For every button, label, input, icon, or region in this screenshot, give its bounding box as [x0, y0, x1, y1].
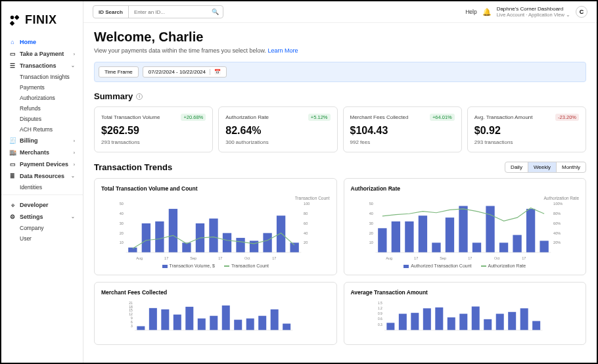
svg-rect-77: [222, 306, 230, 330]
data-icon: ≣: [9, 173, 16, 179]
chart-title: Average Transaction Amount: [351, 289, 580, 296]
learn-more-link[interactable]: Learn More: [267, 47, 298, 54]
chart-title: Merchant Fees Collected: [101, 289, 330, 296]
timeframe-range[interactable]: 07/22/2024 - 10/22/2024📅: [143, 66, 227, 78]
nav-merchants[interactable]: 🏬Merchants›: [1, 147, 83, 158]
svg-rect-23: [263, 233, 271, 252]
svg-text:50: 50: [120, 202, 124, 206]
svg-rect-90: [398, 314, 406, 330]
trends-toggle[interactable]: DailyWeeklyMonthly: [505, 162, 586, 173]
nav-billing[interactable]: 🧾Billing›: [1, 135, 83, 147]
nav-identities[interactable]: Identities: [1, 182, 83, 193]
nav-authorizations[interactable]: Authorizations: [1, 93, 83, 103]
help-link[interactable]: Help: [465, 9, 476, 15]
svg-text:20%: 20%: [553, 240, 561, 244]
card-sub: 293 transactions: [101, 139, 206, 145]
summary-card: Authorization Rate+5.12%82.64%300 author…: [218, 106, 337, 152]
chart-legend: Transaction Volume, $Transaction Count: [101, 263, 330, 268]
svg-rect-17: [182, 242, 191, 252]
nav-settings[interactable]: ⚙Settings⌄: [1, 211, 83, 223]
home-icon: ⌂: [9, 39, 16, 45]
nav-payments[interactable]: Payments: [1, 82, 83, 93]
nav-ach-returns[interactable]: ACH Returns: [1, 124, 83, 135]
card-pct: +20.68%: [181, 114, 206, 121]
svg-rect-15: [155, 221, 164, 252]
id-search-label: ID Search: [93, 6, 129, 18]
chevron-down-icon: ⌄: [71, 173, 75, 179]
svg-text:60%: 60%: [553, 221, 561, 225]
svg-text:17: 17: [522, 256, 526, 260]
svg-rect-53: [513, 235, 521, 252]
chart-right-axis-label: Authorization Rate: [351, 196, 580, 200]
nav-transaction-insights[interactable]: Transaction Insights: [1, 72, 83, 82]
nav-user[interactable]: User: [1, 233, 83, 244]
chevron-down-icon: ⌄: [566, 12, 570, 18]
svg-text:0.9: 0.9: [377, 312, 382, 315]
card-label: Total Transaction Volume: [101, 114, 160, 120]
card-sub: 992 fees: [350, 139, 455, 145]
card-value: $104.43: [350, 125, 455, 137]
svg-text:Oct: Oct: [494, 256, 500, 260]
svg-text:Oct: Oct: [244, 256, 250, 260]
search-icon[interactable]: 🔍: [208, 9, 223, 15]
svg-rect-71: [149, 308, 157, 330]
chart-right-axis-label: Transaction Count: [101, 196, 330, 200]
svg-text:30: 30: [120, 221, 124, 225]
svg-text:40%: 40%: [553, 231, 561, 235]
account-switcher[interactable]: Daphne's Corner Dashboard Live Account ·…: [497, 6, 570, 18]
devices-icon: ▭: [9, 161, 16, 168]
logo: FINIX: [1, 7, 83, 36]
page-title: Welcome, Charlie: [94, 30, 586, 45]
svg-text:17: 17: [468, 256, 472, 260]
summary-card: Merchant Fees Collected+64.01%$104.43992…: [343, 106, 462, 152]
chevron-down-icon: ⌄: [71, 63, 75, 68]
notifications-icon[interactable]: 🔔: [482, 8, 492, 16]
card-label: Authorization Rate: [225, 114, 269, 120]
toggle-monthly[interactable]: Monthly: [557, 162, 586, 172]
svg-rect-50: [472, 242, 480, 252]
svg-rect-79: [246, 319, 254, 330]
avatar[interactable]: C: [576, 6, 587, 18]
timeframe-label[interactable]: Time Frame: [99, 66, 139, 78]
nav-home[interactable]: ⌂Home: [1, 36, 83, 48]
nav-company[interactable]: Company: [1, 223, 83, 233]
svg-text:30: 30: [369, 221, 373, 225]
svg-rect-76: [210, 316, 218, 330]
svg-text:40: 40: [369, 212, 373, 216]
toggle-daily[interactable]: Daily: [505, 162, 528, 172]
svg-text:3: 3: [131, 325, 133, 328]
svg-rect-82: [283, 324, 290, 330]
svg-rect-91: [411, 313, 419, 330]
nav-disputes[interactable]: Disputes: [1, 114, 83, 124]
svg-text:15: 15: [129, 309, 133, 312]
svg-text:0.3: 0.3: [377, 323, 382, 327]
svg-rect-73: [173, 315, 181, 330]
nav-developer[interactable]: ⟐Developer: [1, 199, 83, 211]
card-pct: +5.12%: [308, 114, 331, 121]
transactions-icon: ☰: [9, 62, 16, 69]
svg-rect-45: [405, 221, 413, 252]
svg-text:Sep: Sep: [190, 256, 196, 260]
nav-refunds[interactable]: Refunds: [1, 103, 83, 114]
svg-rect-81: [271, 309, 279, 330]
chart-plot: 36912151821: [101, 300, 330, 338]
svg-rect-80: [258, 316, 266, 330]
account-subtitle: Live Account · Application View: [497, 12, 564, 18]
account-title: Daphne's Corner Dashboard: [497, 6, 570, 12]
svg-rect-100: [520, 308, 528, 330]
svg-text:18: 18: [129, 306, 133, 309]
svg-rect-93: [435, 307, 443, 330]
nav-take-payment[interactable]: ▭Take a Payment›: [1, 48, 83, 60]
search-input[interactable]: [129, 6, 208, 18]
svg-text:40: 40: [304, 231, 308, 235]
chart-card: Average Transaction Amount0.30.60.91.21.…: [344, 282, 587, 345]
svg-rect-47: [432, 242, 440, 252]
summary-card: Avg. Transaction Amount-23.20%$0.92293 t…: [467, 106, 586, 152]
toggle-weekly[interactable]: Weekly: [528, 162, 557, 172]
nav-payment-devices[interactable]: ▭Payment Devices›: [1, 158, 83, 170]
id-search[interactable]: ID Search 🔍: [93, 5, 223, 18]
svg-text:60: 60: [304, 221, 308, 225]
nav-transactions[interactable]: ☰Transactions⌄: [1, 60, 83, 72]
info-icon[interactable]: i: [136, 93, 143, 100]
nav-data-resources[interactable]: ≣Data Resources⌄: [1, 170, 83, 182]
